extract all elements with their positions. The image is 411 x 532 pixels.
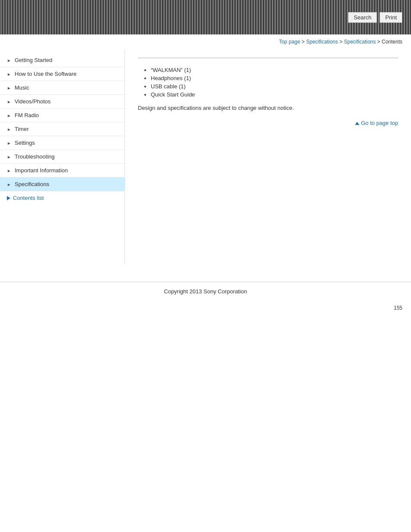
header: Search Print bbox=[0, 0, 411, 34]
chevron-right-icon: ► bbox=[7, 182, 11, 187]
sidebar-item-videos-photos[interactable]: ► Videos/Photos bbox=[0, 95, 125, 109]
copyright-text: Copyright 2013 Sony Corporation bbox=[164, 288, 247, 295]
chevron-right-icon: ► bbox=[7, 155, 11, 159]
list-item: Headphones (1) bbox=[151, 75, 398, 81]
sidebar-item-settings[interactable]: ► Settings bbox=[0, 136, 125, 150]
triangle-up-icon bbox=[355, 122, 359, 125]
sidebar-item-timer[interactable]: ► Timer bbox=[0, 122, 125, 136]
print-button[interactable]: Print bbox=[380, 12, 402, 23]
chevron-right-icon: ► bbox=[7, 72, 11, 76]
sidebar-item-getting-started[interactable]: ► Getting Started bbox=[0, 53, 125, 67]
contents-list-link[interactable]: Contents list bbox=[13, 195, 44, 201]
sidebar-item-label: Getting Started bbox=[15, 57, 52, 63]
sidebar-item-fm-radio[interactable]: ► FM Radio bbox=[0, 109, 125, 122]
list-item: “WALKMAN” (1) bbox=[151, 67, 398, 73]
arrow-right-icon bbox=[7, 196, 10, 200]
content-area: “WALKMAN” (1) Headphones (1) USB cable (… bbox=[125, 49, 411, 264]
sidebar-item-label: Specifications bbox=[15, 181, 49, 187]
sidebar-item-label: Videos/Photos bbox=[15, 98, 51, 105]
list-item: USB cable (1) bbox=[151, 83, 398, 90]
sidebar-item-how-to-use[interactable]: ► How to Use the Software bbox=[0, 67, 125, 81]
accessories-list: “WALKMAN” (1) Headphones (1) USB cable (… bbox=[138, 67, 398, 98]
search-button[interactable]: Search bbox=[348, 12, 377, 23]
chevron-right-icon: ► bbox=[7, 127, 11, 131]
chevron-right-icon: ► bbox=[7, 58, 11, 62]
sidebar-item-label: Music bbox=[15, 84, 29, 91]
list-item: Quick Start Guide bbox=[151, 91, 398, 98]
sidebar-item-troubleshooting[interactable]: ► Troubleshooting bbox=[0, 150, 125, 164]
sidebar-item-label: Important Information bbox=[15, 167, 68, 174]
notice-text: Design and specifications are subject to… bbox=[138, 105, 398, 111]
footer: Copyright 2013 Sony Corporation bbox=[0, 282, 411, 301]
chevron-right-icon: ► bbox=[7, 168, 11, 173]
sidebar-item-important-information[interactable]: ► Important Information bbox=[0, 164, 125, 177]
sidebar-item-specifications[interactable]: ► Specifications bbox=[0, 177, 125, 191]
sidebar: ► Getting Started ► How to Use the Softw… bbox=[0, 49, 125, 264]
sidebar-item-label: FM Radio bbox=[15, 112, 39, 118]
sidebar-item-label: Troubleshooting bbox=[15, 153, 55, 160]
go-to-top: Go to page top bbox=[138, 120, 398, 126]
breadcrumb-specs2[interactable]: Specifications bbox=[344, 39, 376, 45]
content-divider bbox=[138, 58, 398, 58]
page-number: 155 bbox=[0, 301, 411, 315]
main-layout: ► Getting Started ► How to Use the Softw… bbox=[0, 49, 411, 264]
chevron-right-icon: ► bbox=[7, 141, 11, 145]
breadcrumb-sep1: > bbox=[300, 39, 306, 45]
contents-list-item[interactable]: Contents list bbox=[0, 191, 125, 205]
breadcrumb: Top page > Specifications > Specificatio… bbox=[0, 34, 411, 49]
breadcrumb-top-page[interactable]: Top page bbox=[279, 39, 300, 45]
breadcrumb-specs1[interactable]: Specifications bbox=[306, 39, 338, 45]
chevron-right-icon: ► bbox=[7, 100, 11, 104]
sidebar-item-label: How to Use the Software bbox=[15, 71, 77, 77]
sidebar-item-label: Timer bbox=[15, 126, 29, 132]
breadcrumb-sep2: > bbox=[338, 39, 344, 45]
go-to-top-label: Go to page top bbox=[361, 120, 398, 126]
sidebar-item-music[interactable]: ► Music bbox=[0, 81, 125, 95]
chevron-right-icon: ► bbox=[7, 113, 11, 118]
go-to-top-link[interactable]: Go to page top bbox=[355, 120, 398, 126]
breadcrumb-sep3: > bbox=[376, 39, 382, 45]
chevron-right-icon: ► bbox=[7, 86, 11, 90]
sidebar-item-label: Settings bbox=[15, 140, 35, 146]
breadcrumb-contents: Contents bbox=[382, 39, 402, 45]
